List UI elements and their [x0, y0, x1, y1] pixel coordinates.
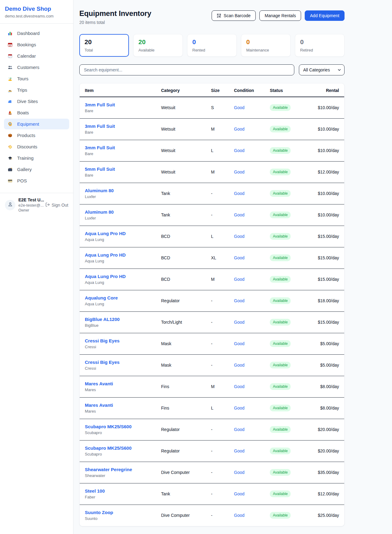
sidebar-item-boats[interactable]: Boats — [4, 107, 69, 118]
item-category: Fins — [161, 376, 211, 397]
item-category: Wetsuit — [161, 118, 211, 140]
svg-text:17: 17 — [9, 44, 11, 46]
item-link[interactable]: 3mm Full Suit — [85, 124, 115, 129]
item-link[interactable]: 3mm Full Suit — [85, 145, 115, 150]
item-link[interactable]: Scubapro MK25/S600 — [85, 424, 132, 429]
item-link[interactable]: BigBlue AL1200 — [85, 317, 120, 322]
sidebar-item-customers[interactable]: Customers — [4, 62, 69, 73]
status-badge: Available — [270, 426, 291, 433]
stat-value: 0 — [246, 38, 285, 46]
shop-name[interactable]: Demo Dive Shop — [5, 6, 68, 12]
stat-card-total[interactable]: 20Total — [79, 34, 129, 57]
item-link[interactable]: Aqua Lung Pro HD — [85, 231, 126, 236]
item-brand: Bare — [85, 130, 161, 135]
sidebar-item-products[interactable]: Products — [4, 130, 69, 141]
item-brand: Mares — [85, 387, 161, 392]
sidebar-item-bookings[interactable]: 17Bookings — [4, 39, 69, 50]
item-link[interactable]: Aluminum 80 — [85, 209, 114, 215]
column-header-rental: Rental — [307, 83, 344, 97]
item-category: BCD — [161, 247, 211, 269]
search-input[interactable] — [79, 64, 294, 75]
item-link[interactable]: Cressi Big Eyes — [85, 338, 119, 343]
user-role: Owner — [18, 208, 42, 213]
sidebar-item-label: Gallery — [17, 167, 32, 172]
status-badge: Available — [270, 126, 291, 132]
item-rental: $15.00/day — [307, 269, 344, 290]
equipment-table: Item Category Size Condition Status Rent… — [80, 83, 344, 526]
item-rental: $10.00/day — [307, 183, 344, 204]
sidebar-item-dashboard[interactable]: Dashboard — [4, 28, 69, 39]
item-condition: Good — [234, 462, 270, 483]
item-link[interactable]: Mares Avanti — [85, 381, 113, 386]
item-brand: Bare — [85, 151, 161, 156]
sidebar-item-training[interactable]: Training — [4, 153, 69, 163]
item-link[interactable]: Aqua Lung Pro HD — [85, 274, 126, 279]
item-brand: Suunto — [85, 516, 161, 521]
item-link[interactable]: Aqualung Core — [85, 295, 118, 300]
sidebar-item-discounts[interactable]: Discounts — [4, 141, 69, 152]
item-link[interactable]: Aqua Lung Pro HD — [85, 252, 126, 257]
sidebar-item-label: Training — [17, 155, 34, 161]
shop-header: Demo Dive Shop demo.test.divestreams.com — [0, 0, 73, 24]
wave-icon — [7, 99, 13, 104]
table-row: Aluminum 80LuxferTank-GoodAvailable$10.0… — [80, 204, 344, 226]
item-link[interactable]: Cressi Big Eyes — [85, 360, 119, 365]
item-link[interactable]: Mares Avanti — [85, 402, 113, 408]
item-condition: Good — [234, 204, 270, 226]
stat-card-retired[interactable]: 0Retired — [295, 34, 345, 57]
item-condition: Good — [234, 161, 270, 183]
item-rental: $10.00/day — [307, 204, 344, 226]
sidebar-item-equipment[interactable]: Equipment — [4, 119, 69, 129]
table-row: 5mm Full SuitBareWetsuitMGoodAvailable$1… — [80, 161, 344, 183]
sidebar-item-gallery[interactable]: Gallery — [4, 164, 69, 175]
manage-rentals-button[interactable]: Manage Rentals — [259, 10, 301, 21]
item-link[interactable]: Suunto Zoop — [85, 510, 113, 515]
table-row: Mares AvantiMaresFinsMGoodAvailable$8.00… — [80, 376, 344, 397]
stat-card-rented[interactable]: 0Rented — [187, 34, 237, 57]
item-link[interactable]: Shearwater Peregrine — [85, 467, 132, 472]
table-row: Aqua Lung Pro HDAqua LungBCDMGoodAvailab… — [80, 269, 344, 290]
status-badge: Available — [270, 233, 291, 240]
item-condition: Good — [234, 290, 270, 311]
status-badge: Available — [270, 469, 291, 476]
item-category: Regulator — [161, 440, 211, 462]
sidebar-item-trips[interactable]: Trips — [4, 85, 69, 95]
stat-card-available[interactable]: 20Available — [133, 34, 183, 57]
item-category: BCD — [161, 269, 211, 290]
item-link[interactable]: 3mm Full Suit — [85, 102, 115, 107]
chevron-down-icon — [338, 69, 341, 71]
sidebar-item-tours[interactable]: Tours — [4, 73, 69, 84]
item-category: Torch/Light — [161, 311, 211, 333]
item-size: - — [211, 354, 234, 376]
item-brand: Luxfer — [85, 194, 161, 199]
item-link[interactable]: Scubapro MK25/S600 — [85, 445, 132, 451]
item-brand: Scubapro — [85, 430, 161, 435]
sidebar-item-dive-sites[interactable]: Dive Sites — [4, 96, 69, 107]
table-row: Scubapro MK25/S600ScubaproRegulator-Good… — [80, 440, 344, 462]
item-category: Tank — [161, 204, 211, 226]
item-link[interactable]: Steel 100 — [85, 488, 105, 494]
add-equipment-button[interactable]: Add Equipment — [305, 10, 345, 21]
sidebar-item-calendar[interactable]: Calendar — [4, 51, 69, 61]
sign-out-button[interactable]: Sign Out — [45, 202, 68, 208]
scan-barcode-button[interactable]: Scan Barcode — [212, 10, 256, 21]
category-select[interactable]: All Categories — [299, 64, 345, 75]
table-row: Cressi Big EyesCressiMask-GoodAvailable$… — [80, 354, 344, 376]
item-condition: Good — [234, 247, 270, 269]
status-badge: Available — [270, 104, 291, 111]
item-category: Dive Computer — [161, 505, 211, 526]
item-size: - — [211, 290, 234, 311]
item-link[interactable]: Aluminum 80 — [85, 188, 114, 193]
status-badge: Available — [270, 212, 291, 218]
table-row: Aqua Lung Pro HDAqua LungBCDLGoodAvailab… — [80, 226, 344, 247]
sidebar-item-label: POS — [17, 178, 27, 183]
item-link[interactable]: 5mm Full Suit — [85, 166, 115, 172]
main-content: Equipment Inventory 20 items total — [74, 0, 392, 534]
item-condition: Good — [234, 397, 270, 419]
item-rental: $12.00/day — [307, 483, 344, 505]
item-rental: $25.00/day — [307, 505, 344, 526]
status-badge: Available — [270, 490, 291, 497]
table-row: Scubapro MK25/S600ScubaproRegulator-Good… — [80, 419, 344, 440]
stat-card-maintenance[interactable]: 0Maintenance — [241, 34, 291, 57]
sidebar-item-pos[interactable]: POS — [4, 175, 69, 186]
